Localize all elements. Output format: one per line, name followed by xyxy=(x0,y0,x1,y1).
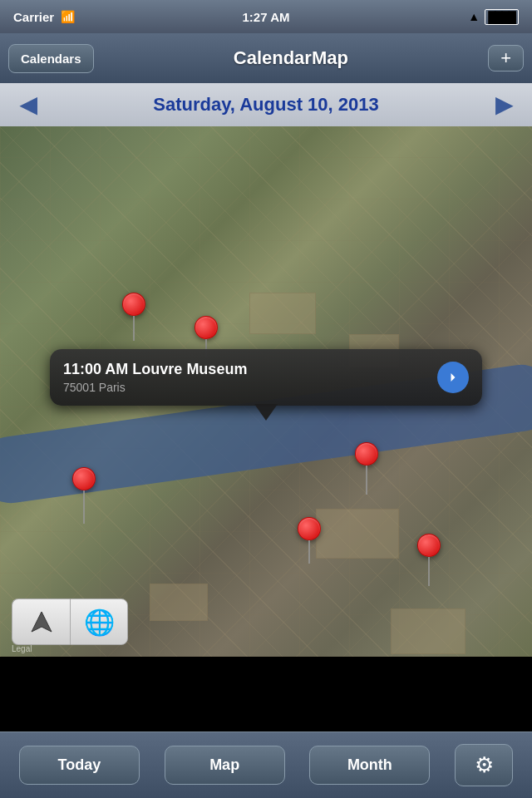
map-legal: Legal xyxy=(12,644,32,653)
pin-marker xyxy=(298,517,321,540)
settings-tab[interactable]: ⚙ xyxy=(455,744,513,786)
city-block xyxy=(150,584,208,621)
app-title: CalendarMap xyxy=(234,47,348,69)
callout-title: 11:00 AM Louvre Museum xyxy=(63,361,429,378)
pin-marker xyxy=(122,293,145,316)
callout-content: 11:00 AM Louvre Museum 75001 Paris xyxy=(63,361,429,394)
location-status-icon: ▲ xyxy=(468,10,480,23)
map-view[interactable]: 11:00 AM Louvre Museum 75001 Paris 🌐 xyxy=(0,126,532,657)
pin-stem xyxy=(133,316,135,341)
map-pin[interactable] xyxy=(72,467,96,524)
pin-marker xyxy=(195,316,218,339)
globe-icon: 🌐 xyxy=(84,608,115,637)
map-pin[interactable] xyxy=(417,534,441,586)
add-event-button[interactable]: + xyxy=(488,45,524,71)
chevron-right-icon xyxy=(445,369,461,386)
tab-bar: Today Map Month ⚙ xyxy=(0,732,532,798)
map-tab[interactable]: Map xyxy=(165,746,285,785)
current-date-label: Saturday, August 10, 2013 xyxy=(153,94,378,116)
nav-bar: Calendars CalendarMap + xyxy=(0,33,532,83)
pin-stem xyxy=(83,490,85,524)
prev-date-button[interactable]: ◀ xyxy=(12,89,45,121)
location-button[interactable] xyxy=(12,598,70,645)
svg-marker-0 xyxy=(32,612,52,632)
battery-icon: ████ xyxy=(485,9,519,25)
map-controls: 🌐 xyxy=(12,598,128,645)
date-bar: ◀ Saturday, August 10, 2013 ▶ xyxy=(0,83,532,126)
month-tab[interactable]: Month xyxy=(309,746,430,785)
wifi-icon: 📶 xyxy=(61,10,75,23)
pin-marker xyxy=(417,534,441,557)
city-block xyxy=(249,293,316,334)
status-bar: Carrier 📶 1:27 AM ▲ ████ xyxy=(0,0,532,33)
location-arrow-icon xyxy=(29,609,54,634)
pin-marker xyxy=(355,442,378,466)
pin-marker xyxy=(72,467,96,490)
pin-stem xyxy=(308,540,310,564)
pin-stem xyxy=(428,557,430,586)
city-block xyxy=(391,608,466,654)
event-callout[interactable]: 11:00 AM Louvre Museum 75001 Paris xyxy=(50,349,482,406)
next-date-button[interactable]: ▶ xyxy=(487,89,520,121)
status-left: Carrier 📶 xyxy=(13,10,75,24)
city-block xyxy=(316,509,399,559)
map-type-button[interactable]: 🌐 xyxy=(70,598,128,645)
map-pin[interactable] xyxy=(122,293,145,341)
map-pin[interactable] xyxy=(355,442,378,495)
calendars-button[interactable]: Calendars xyxy=(8,44,94,73)
status-right: ▲ ████ xyxy=(468,9,519,25)
callout-detail-button[interactable] xyxy=(437,362,469,393)
callout-subtitle: 75001 Paris xyxy=(63,381,429,394)
pin-stem xyxy=(366,466,367,495)
map-pin[interactable] xyxy=(298,517,321,564)
status-time: 1:27 AM xyxy=(243,10,290,24)
carrier-label: Carrier xyxy=(13,10,54,24)
today-tab[interactable]: Today xyxy=(19,746,140,785)
